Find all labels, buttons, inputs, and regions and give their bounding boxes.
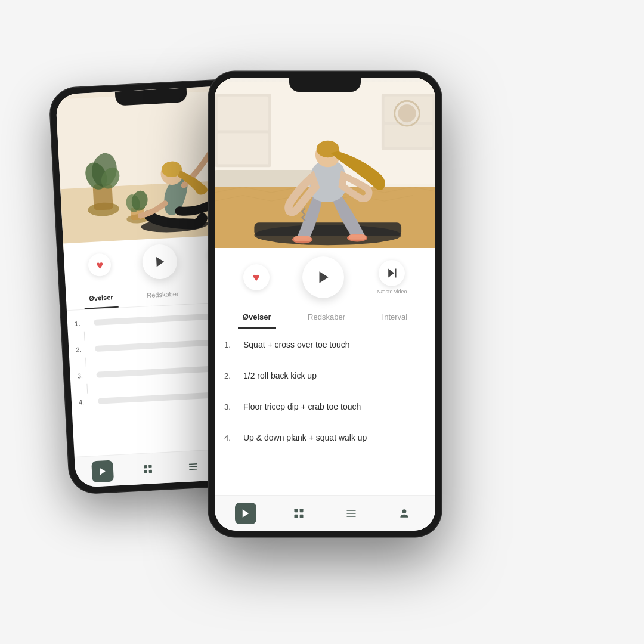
video-front xyxy=(215,78,435,262)
exercise-num-front-1: 1. xyxy=(224,340,236,349)
svg-rect-55 xyxy=(254,222,401,236)
svg-rect-30 xyxy=(218,97,268,131)
tab-ovelser-back[interactable]: Øvelser xyxy=(83,287,118,309)
exercise-num-back-4: 4. xyxy=(79,398,91,405)
svg-point-73 xyxy=(402,509,406,513)
nav-profile-front[interactable] xyxy=(394,503,415,524)
heart-icon-front: ♥ xyxy=(253,271,260,284)
sep-back-1 xyxy=(84,332,85,341)
svg-marker-15 xyxy=(156,256,165,267)
exercise-item-front-2: 2. 1/2 roll back kick up xyxy=(215,365,435,386)
tab-redskaber-back[interactable]: Redskaber xyxy=(141,284,184,306)
exercise-num-back-3: 3. xyxy=(77,372,89,380)
bottom-nav-front xyxy=(215,495,435,531)
controls-front: ♥ Næste video xyxy=(215,248,435,306)
skip-icon-front xyxy=(386,267,398,279)
scene: ♥ Næste v xyxy=(0,0,644,644)
nav-list-back[interactable] xyxy=(182,455,205,478)
exercise-name-front-2: 1/2 roll back kick up xyxy=(243,371,317,380)
play-button-back[interactable] xyxy=(141,244,178,280)
exercise-num-back-2: 2. xyxy=(76,346,88,354)
svg-line-24 xyxy=(189,466,197,467)
svg-rect-66 xyxy=(294,509,298,512)
svg-rect-64 xyxy=(395,269,397,278)
tab-redskaber-front[interactable]: Redskaber xyxy=(303,306,350,329)
svg-point-36 xyxy=(398,104,416,122)
svg-rect-61 xyxy=(349,234,366,240)
nav-programs-back[interactable] xyxy=(137,457,159,480)
exercise-num-back-1: 1. xyxy=(75,320,87,327)
svg-rect-68 xyxy=(294,514,298,518)
exercise-name-front-3: Floor tricep dip + crab toe touch xyxy=(243,402,361,411)
svg-rect-34 xyxy=(385,125,433,147)
play-icon-front xyxy=(315,270,331,285)
sep-back-3 xyxy=(86,384,88,394)
phone-front: ♥ Næste video xyxy=(209,72,441,537)
heart-button-back[interactable]: ♥ xyxy=(88,253,112,277)
exercise-item-front-3: 3. Floor tricep dip + crab toe touch xyxy=(215,396,435,417)
notch-front xyxy=(289,78,361,92)
svg-line-23 xyxy=(189,463,197,464)
exercise-name-front-4: Up & down plank + squat walk up xyxy=(243,433,367,442)
play-button-front[interactable] xyxy=(302,256,344,298)
exercise-num-front-4: 4. xyxy=(224,434,236,442)
exercise-list-front: 1. Squat + cross over toe touch 2. 1/2 r… xyxy=(215,329,435,453)
tab-ovelser-front[interactable]: Øvelser xyxy=(238,306,276,329)
sep-front-2 xyxy=(231,386,231,396)
svg-rect-22 xyxy=(149,469,153,473)
svg-marker-62 xyxy=(319,271,328,283)
exercise-name-front-1: Squat + cross over toe touch xyxy=(243,340,350,349)
sep-front-1 xyxy=(231,355,231,365)
tab-interval-front[interactable]: Interval xyxy=(377,306,413,329)
phone-front-screen: ♥ Næste video xyxy=(215,78,435,531)
exercise-item-front-4: 4. Up & down plank + squat walk up xyxy=(215,427,435,448)
svg-rect-67 xyxy=(299,509,303,512)
svg-marker-18 xyxy=(100,467,106,475)
svg-rect-21 xyxy=(144,470,147,473)
exercise-item-front-1: 1. Squat + cross over toe touch xyxy=(215,334,435,355)
svg-rect-20 xyxy=(148,465,152,468)
heart-icon-back: ♥ xyxy=(96,258,104,273)
svg-rect-19 xyxy=(144,465,147,468)
next-label-front: Næste video xyxy=(377,289,407,295)
svg-line-25 xyxy=(189,469,197,469)
svg-marker-63 xyxy=(388,269,394,278)
nav-list-front[interactable] xyxy=(340,503,362,524)
exercise-num-front-2: 2. xyxy=(224,371,236,380)
tabs-front: Øvelser Redskaber Interval xyxy=(215,306,435,329)
svg-rect-60 xyxy=(294,236,311,242)
play-icon-back xyxy=(153,255,166,268)
squat-illustration xyxy=(215,78,435,262)
next-group-front: Næste video xyxy=(377,260,407,295)
svg-rect-69 xyxy=(299,514,303,518)
exercise-num-front-3: 3. xyxy=(224,402,236,411)
svg-marker-65 xyxy=(243,509,249,518)
sep-back-2 xyxy=(85,358,86,367)
heart-button-front[interactable]: ♥ xyxy=(243,264,270,290)
sep-front-3 xyxy=(231,417,231,427)
nav-play-front[interactable] xyxy=(235,503,256,524)
next-button-front[interactable] xyxy=(379,260,405,286)
svg-rect-31 xyxy=(218,133,268,164)
nav-programs-front[interactable] xyxy=(288,503,309,524)
nav-play-back[interactable] xyxy=(91,460,114,482)
controls-row-front: ♥ Næste video xyxy=(215,248,435,306)
